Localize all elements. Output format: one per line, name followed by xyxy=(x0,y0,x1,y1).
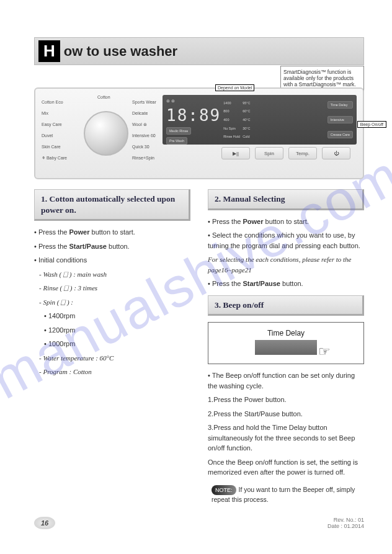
instruction-line: Select the conditions which you want to … xyxy=(208,230,364,251)
instruction-line: Press the Start/Pause button. xyxy=(208,279,364,289)
revision-date: Date : 01.2014 xyxy=(327,523,364,529)
lcd-option: 1400 xyxy=(223,101,240,105)
lcd-option: 40°C xyxy=(243,118,250,122)
spin-option: • 1400rpm xyxy=(44,311,190,321)
program-dial-zone: Cotton Cotton Eco Mix Easy Care Duvet Sk… xyxy=(42,95,163,173)
program-dial[interactable] xyxy=(84,111,128,156)
right-column: 2. Manual Selecting Press the Power butt… xyxy=(208,189,364,504)
condition-line: - Water temperature : 60°C xyxy=(39,353,190,364)
spin-button[interactable]: Spin xyxy=(255,147,283,159)
revision-number: Rev. No.: 01 xyxy=(327,517,364,523)
start-pause-button[interactable]: ▶|| xyxy=(221,147,250,159)
dial-label: Delicate xyxy=(132,111,148,115)
reference-line: For selecting the each conditions, pleas… xyxy=(208,254,364,275)
lcd-display: ⊛ ⊛ 18:89 Medic Rinse Pre Wash 1400 800 … xyxy=(163,95,357,145)
lcd-option: Rinse Hold xyxy=(223,135,240,138)
beep-line: • The Beep on/off function can be set on… xyxy=(208,370,364,391)
page-title-bar: H ow to use washer xyxy=(34,37,364,65)
lcd-option: 800 xyxy=(223,109,240,113)
dial-label: Wool ⊛ xyxy=(132,122,147,127)
lcd-button[interactable]: Time Delay xyxy=(327,101,353,109)
time-delay-label: Time Delay xyxy=(227,329,345,337)
finger-icon: ☞ xyxy=(318,344,331,360)
condition-line: - Rinse ( ⎕ ) : 3 times xyxy=(39,283,190,293)
dial-label: Rinse+Spin xyxy=(132,156,154,160)
instruction-line: Press the Power button to start. xyxy=(34,227,190,238)
time-delay-figure: Time Delay ☞ xyxy=(208,322,364,364)
beep-onoff-callout: Beep On/off xyxy=(357,121,386,128)
instruction-line: Press the Power button to start. xyxy=(208,217,364,227)
lcd-option: 400 xyxy=(223,118,240,122)
dial-label: Mix xyxy=(42,111,48,115)
lcd-time: 18:89 xyxy=(166,106,221,125)
beep-line: 2.Press the Start/Pause button. xyxy=(208,409,364,419)
power-button[interactable]: ⏻ xyxy=(322,147,350,159)
title-letter: H xyxy=(38,40,60,62)
page-footer: 16 Rev. No.: 01 Date : 01.2014 xyxy=(34,517,364,529)
instruction-line: Press the Start/Pause button. xyxy=(34,241,190,252)
button-row: ▶|| Spin Temp. ⏻ xyxy=(163,147,357,159)
spin-option: • 1200rpm xyxy=(44,325,190,336)
time-delay-button-graphic: ☞ xyxy=(255,340,317,355)
lcd-option: 30°C xyxy=(243,127,250,130)
note-badge: NOTE: xyxy=(212,485,236,496)
note-row: NOTE:If you want to turn the Beeper off,… xyxy=(208,485,364,504)
beep-line: Once the Beep on/off function is set, th… xyxy=(208,457,364,478)
dial-label: Skin Care xyxy=(42,145,61,149)
lcd-option: No Spin xyxy=(223,127,240,130)
dial-label: Duvet xyxy=(42,133,53,138)
temp-button[interactable]: Temp. xyxy=(288,147,317,159)
dial-label: Cotton Eco xyxy=(42,100,63,104)
section-3-heading: 3. Beep on/off xyxy=(208,295,364,316)
beep-line: 3.Press and hold the Time Delay button s… xyxy=(208,422,364,453)
dial-label: ⚘ Baby Care xyxy=(42,156,67,161)
condition-line: - Spin ( ⎕ ) : xyxy=(39,297,190,308)
lcd-option: Cold xyxy=(243,135,250,138)
lcd-option: 60°C xyxy=(243,109,250,113)
lcd-button[interactable]: Medic Rinse xyxy=(166,127,191,135)
condition-line: - Program : Cotton xyxy=(39,367,190,377)
lcd-option: 95°C xyxy=(243,101,250,105)
beep-line: 1.Press the Power button. xyxy=(208,395,364,405)
lcd-button[interactable]: Crease Care xyxy=(327,131,353,138)
spin-option: • 1000rpm xyxy=(44,339,190,349)
page-number: 16 xyxy=(34,517,55,529)
title-text: ow to use washer xyxy=(64,43,177,60)
depend-on-model-label: Depend on Model xyxy=(215,84,254,91)
dial-label: Easy Care xyxy=(42,122,62,127)
lcd-button[interactable]: Intensive xyxy=(327,116,353,123)
section-2-heading: 2. Manual Selecting xyxy=(208,189,364,210)
condition-line: - Wash ( ⎕ ) : main wash xyxy=(39,269,190,280)
dial-label: Quick 30 xyxy=(132,145,149,149)
section-1-heading: 1. Cotton automatically selected upon po… xyxy=(34,189,190,221)
lcd-button[interactable]: Pre Wash xyxy=(166,137,187,145)
dial-label: Sports Wear xyxy=(132,100,156,104)
washer-control-panel: Cotton Cotton Eco Mix Easy Care Duvet Sk… xyxy=(34,87,364,179)
dial-label-top: Cotton xyxy=(97,95,110,99)
left-column: 1. Cotton automatically selected upon po… xyxy=(34,189,190,504)
display-zone: ⊛ ⊛ 18:89 Medic Rinse Pre Wash 1400 800 … xyxy=(163,95,357,173)
instruction-line: Initial conditions xyxy=(34,255,190,266)
dial-label: Intensive 60 xyxy=(132,133,156,138)
